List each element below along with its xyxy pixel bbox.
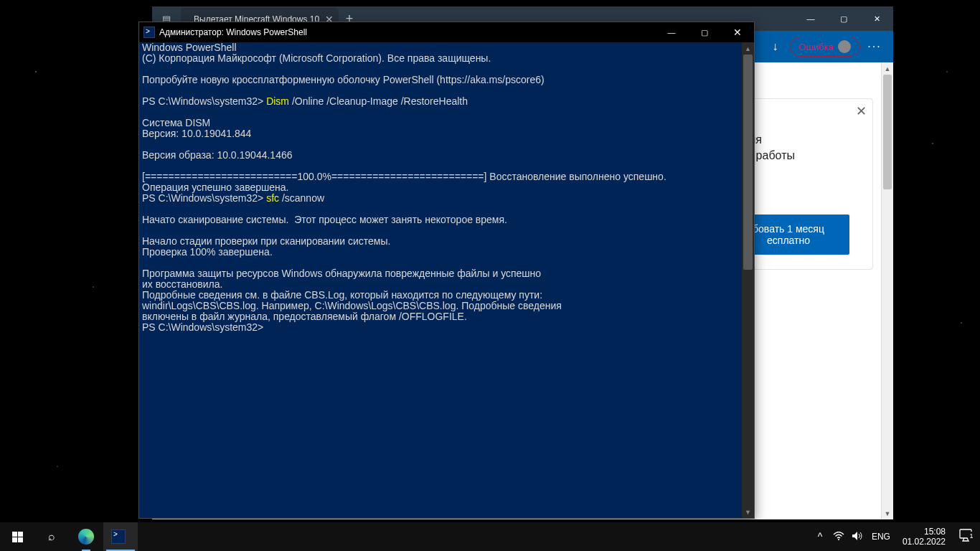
- powershell-titlebar[interactable]: Администратор: Windows PowerShell — ▢ ✕: [139, 22, 754, 42]
- scroll-thumb[interactable]: [883, 75, 892, 189]
- action-center-button[interactable]: 1: [951, 529, 980, 545]
- clock[interactable]: 15:08 01.02.2022: [897, 527, 951, 547]
- edge-close-button[interactable]: ✕: [860, 6, 893, 31]
- error-pill[interactable]: Ошибка: [790, 37, 860, 57]
- scroll-down-icon[interactable]: ▼: [882, 507, 893, 519]
- wifi-icon[interactable]: [832, 531, 845, 542]
- time-text: 15:08: [903, 527, 946, 537]
- powershell-window: Администратор: Windows PowerShell — ▢ ✕ …: [138, 22, 755, 519]
- tray-chevron-icon[interactable]: ^: [814, 531, 826, 542]
- powershell-icon: [111, 529, 126, 544]
- search-button[interactable]: ⌕: [34, 522, 69, 551]
- ps-minimize-button[interactable]: —: [655, 22, 688, 42]
- search-icon: ⌕: [48, 530, 55, 543]
- ps-window-controls: — ▢ ✕: [655, 22, 754, 42]
- desktop: ▤ Вылетает Minecraft Windows 10 ✕ + — ▢ …: [0, 0, 980, 551]
- store-scrollbar[interactable]: ▲ ▼: [881, 62, 893, 519]
- ps-maximize-button[interactable]: ▢: [688, 22, 721, 42]
- taskbar-powershell[interactable]: [103, 522, 138, 551]
- ps-scrollbar[interactable]: ▲ ▼: [742, 42, 754, 518]
- edge-window-controls: — ▢ ✕: [794, 6, 893, 31]
- powershell-body[interactable]: Windows PowerShell (C) Корпорация Майкро…: [139, 42, 754, 518]
- windows-logo-icon: [12, 532, 23, 542]
- more-button[interactable]: ···: [864, 40, 885, 53]
- edge-minimize-button[interactable]: —: [794, 6, 827, 31]
- svg-point-0: [838, 539, 839, 540]
- volume-icon[interactable]: [851, 531, 864, 543]
- start-button[interactable]: [0, 522, 34, 551]
- scroll-up-icon[interactable]: ▲: [882, 62, 893, 75]
- date-text: 01.02.2022: [903, 537, 946, 547]
- taskbar: ⌕ ^ ENG 15:08 01.02.2022 1: [0, 522, 980, 551]
- edge-icon: [78, 529, 94, 545]
- scroll-thumb[interactable]: [743, 55, 753, 270]
- powershell-icon: [143, 27, 155, 38]
- avatar-icon: [838, 40, 851, 53]
- scroll-up-icon[interactable]: ▲: [742, 42, 754, 55]
- error-label: Ошибка: [799, 42, 834, 52]
- downloads-icon[interactable]: ↓: [765, 40, 786, 53]
- terminal-output[interactable]: Windows PowerShell (C) Корпорация Майкро…: [139, 42, 754, 333]
- system-tray: ^ ENG: [809, 530, 897, 543]
- ps-close-button[interactable]: ✕: [721, 22, 754, 42]
- language-indicator[interactable]: ENG: [870, 530, 892, 543]
- scroll-down-icon[interactable]: ▼: [742, 506, 754, 518]
- notification-badge: 1: [967, 532, 976, 540]
- taskbar-edge[interactable]: [69, 522, 103, 551]
- edge-maximize-button[interactable]: ▢: [827, 6, 860, 31]
- window-title: Администратор: Windows PowerShell: [159, 27, 307, 37]
- card-close-icon[interactable]: ✕: [856, 103, 867, 119]
